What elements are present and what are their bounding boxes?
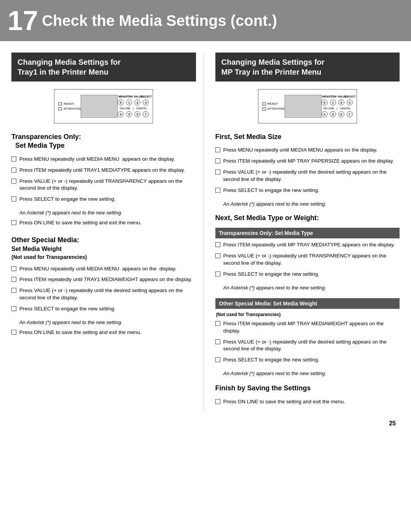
printer-indicators-left: READY ATTENTION [58,102,81,110]
other-special-title-left: Other Special Media: [11,236,196,244]
printer-diagram-right: READY ATTENTION MENU ITEM VALUE SELECT 0… [258,89,357,123]
list-item: Press MENU repeatedly until MEDIA MENU a… [215,147,400,154]
list-item: Press MENU repeatedly until MEDIA MENU a… [11,265,196,273]
list-item: Press ITEM repeatedly until TRAY1 MEDIAT… [11,167,196,174]
checkbox[interactable] [215,188,220,193]
list-item: Press ITEM repeatedly until MP TRAY MEDI… [215,241,400,249]
checkbox[interactable] [11,157,16,161]
finish-section-title: Finish by Saving the Settings [215,384,400,393]
list-item: Press VALUE (+ or -) repeatedly until th… [215,169,400,183]
other-special-checklist-left: Press MENU repeatedly until MEDIA MENU a… [11,265,196,313]
transparencies-checklist-right: Press ITEM repeatedly until MP TRAY MEDI… [215,241,400,278]
list-item: Press SELECT to engage the new setting. [11,305,196,313]
checkbox[interactable] [215,321,220,326]
right-column: Changing Media Settings forMP Tray in th… [204,53,400,412]
checkbox[interactable] [11,168,16,173]
italic-note-right2: An Asterisk (*) appears next to the new … [223,285,400,291]
first-set-media-size-title: First, Set Media Size [215,133,400,141]
printer-buttons-right: MENU ITEM VALUE SELECT 0 1 2 3 ON LINE |… [322,95,353,117]
list-item: Press VALUE (+ or -) repeatedly until TR… [215,252,400,267]
page-number: 17 [8,7,38,34]
checkbox[interactable] [215,339,220,344]
page-header: 17 Check the Media Settings (cont.) [0,0,411,41]
list-item: Press MENU repeatedly until MEDIA MENU a… [11,156,196,163]
transparencies-subsection-right: Transparencies Only: Set Media Type Pres… [215,228,400,291]
list-item: Press VALUE (+ or -) repeatedly until th… [215,339,400,353]
other-special-subtitle-left: Set Media Weight [11,246,196,252]
checkbox[interactable] [215,147,220,152]
other-special-sub-header-right: (Not used for Transparencies) [216,312,400,317]
checkbox[interactable] [11,197,16,201]
printer-screen-left [81,95,118,118]
printer-indicators-right: READY ATTENTION [262,102,285,110]
checkbox[interactable] [215,357,220,362]
other-special-section-left: Other Special Media: Set Media Weight (N… [11,236,196,336]
checkbox[interactable] [215,399,220,404]
other-special-checklist-right: Press ITEM repeatedly until MP TRAY MEDI… [215,320,400,364]
printer-screen-right [285,95,322,118]
checkbox[interactable] [11,288,16,293]
main-content: Changing Media Settings forTray1 in the … [0,53,411,412]
checkbox[interactable] [215,242,220,247]
checkbox[interactable] [11,306,16,311]
checkbox[interactable] [11,220,16,225]
left-column: Changing Media Settings forTray1 in the … [11,53,204,412]
checkbox[interactable] [11,266,16,271]
first-set-media-size-checklist: Press MENU repeatedly until MEDIA MENU a… [215,147,400,194]
list-item: Press VALUE (+ or -) repeatedly until TR… [11,178,196,192]
online-checklist2-left: Press ON LINE to save the setting and ex… [11,329,196,336]
list-item: Press ITEM repeatedly until MP TRAY PAPE… [215,158,400,165]
online-checklist-left: Press ON LINE to save the setting and ex… [11,219,196,227]
finish-checklist: Press ON LINE to save the setting and ex… [215,398,400,406]
checkbox[interactable] [215,158,220,163]
checkbox[interactable] [11,277,16,282]
footer-page-number: 25 [389,420,396,427]
printer-diagram-left: READY ATTENTION MENU ITEM VALUE SELECT 0… [54,89,153,123]
italic-note: An Asterisk (*) appears next to the new … [19,210,196,216]
page-footer: 25 [0,412,411,435]
next-set-media-section: Next, Set Media Type or Weight: Transpar… [215,214,400,376]
right-section-header: Changing Media Settings forMP Tray in th… [215,53,400,81]
list-item: Press ON LINE to save the setting and ex… [11,329,196,336]
transparencies-checklist-left: Press MENU repeatedly until MEDIA MENU a… [11,156,196,203]
list-item: Press VALUE (+ or -) repeatedly until th… [11,287,196,302]
printer-buttons-left: MENU ITEM VALUE SELECT 0 1 2 3 ON LINE |… [118,95,149,117]
transparencies-subsection-header-right: Transparencies Only: Set Media Type [215,228,400,238]
checkbox[interactable] [215,169,220,174]
transparencies-title-left: Transparencies Only: Set Media Type [11,133,196,150]
next-set-media-title: Next, Set Media Type or Weight: [215,214,400,222]
checkbox[interactable] [215,253,220,258]
finish-section: Finish by Saving the Settings Press ON L… [215,384,400,405]
list-item: Press SELECT to engage the new setting. [11,196,196,203]
page-title: Check the Media Settings (cont.) [42,12,277,29]
list-item: Press SELECT to engage the new setting. [215,271,400,278]
italic-note-right1: An Asterisk (*) appears next to the new … [223,201,400,207]
italic-note-right3: An Asterisk (*) appears next to the new … [223,371,400,376]
checkbox[interactable] [215,272,220,276]
other-special-subsection-header-right: Other Special Media: Set Media Weight [215,298,400,309]
other-special-sub-left: (Not used for Transparencies) [11,254,196,260]
list-item: Press ITEM repeatedly until MP TRAY MEDI… [215,320,400,335]
list-item: Press ON LINE to save the setting and ex… [11,219,196,227]
italic-note: An Asterisk (*) appears next to the new … [19,320,196,325]
left-section-header: Changing Media Settings forTray1 in the … [11,53,196,81]
list-item: Press ITEM repeatedly until TRAY1 MEDIAW… [11,276,196,283]
list-item: Press ON LINE to save the setting and ex… [215,398,400,406]
other-special-subsection-right: Other Special Media: Set Media Weight (N… [215,298,400,376]
list-item: Press SELECT to engage the new setting. [215,187,400,194]
list-item: Press SELECT to engage the new setting. [215,356,400,364]
checkbox[interactable] [11,179,16,184]
checkbox[interactable] [11,330,16,335]
